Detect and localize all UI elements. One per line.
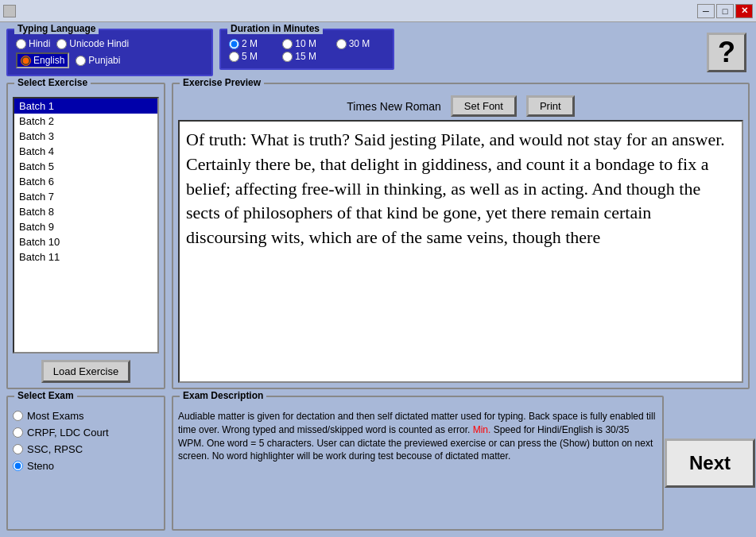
lang-unicode-hindi-radio[interactable] [56,39,67,49]
exercise-listbox[interactable]: Batch 1Batch 2Batch 3Batch 4Batch 5Batch… [13,97,159,353]
select-exercise-label: Select Exercise [14,77,91,88]
list-item[interactable]: Batch 9 [14,219,157,234]
dur-5m[interactable]: 5 M [229,51,277,62]
load-exercise-button[interactable]: Load Exercise [41,360,130,383]
list-item[interactable]: Batch 2 [14,114,157,129]
lang-english[interactable]: English [16,52,69,68]
set-font-button[interactable]: Set Font [451,95,517,117]
list-item[interactable]: Batch 10 [14,234,157,249]
list-item[interactable]: Batch 7 [14,189,157,204]
exercise-preview-panel: Exercise Preview Times New Roman Set Fon… [172,83,750,389]
dur-30m-radio[interactable] [336,39,347,49]
top-row: Typing Language Hindi Unicode Hindi Engl… [6,29,750,76]
dur-10m[interactable]: 10 M [282,38,331,49]
duration-label: Duration in Minutes [227,23,323,34]
typing-language-label: Typing Language [14,23,99,34]
exam-ssc-rpsc[interactable]: SSC, RPSC [13,443,159,455]
preview-text-area: Of truth: What is truth? Said jesting Pi… [178,120,743,383]
typing-language-options: Hindi Unicode Hindi [16,38,204,49]
dur-15m-radio[interactable] [282,52,293,62]
list-item[interactable]: Batch 5 [14,159,157,174]
title-bar-controls: ─ □ ✕ [697,4,753,18]
help-button[interactable]: ? [707,33,746,72]
print-button[interactable]: Print [526,95,575,117]
lang-punjabi-radio[interactable] [76,56,86,66]
list-item[interactable]: Batch 6 [14,174,157,189]
exam-steno-radio[interactable] [13,461,23,471]
typing-language-group: Typing Language Hindi Unicode Hindi Engl… [6,29,213,76]
typing-language-options-row2: English Punjabi [16,52,204,68]
select-exam-panel: Select Exam Most Exams CRPF, LDC Court S… [6,396,165,531]
next-button[interactable]: Next [665,438,755,488]
lang-hindi-radio[interactable] [16,39,26,49]
dur-2m-radio[interactable] [229,39,239,49]
exam-desc-highlight: Min. [473,424,491,435]
exam-ssc-rpsc-radio[interactable] [13,444,23,454]
dur-2m[interactable]: 2 M [229,38,277,49]
exam-steno[interactable]: Steno [13,460,159,472]
list-item[interactable]: Batch 1 [14,99,157,114]
minimize-button[interactable]: ─ [697,4,715,18]
close-button[interactable]: ✕ [735,4,753,18]
lang-english-radio[interactable] [21,56,31,66]
select-exercise-panel: Select Exercise Batch 1Batch 2Batch 3Bat… [6,83,165,389]
list-item[interactable]: Batch 3 [14,129,157,144]
duration-group: Duration in Minutes 2 M 10 M 30 M 5 M [219,29,394,70]
list-item[interactable]: Batch 8 [14,204,157,219]
middle-row: Select Exercise Batch 1Batch 2Batch 3Bat… [6,83,750,389]
main-content: Typing Language Hindi Unicode Hindi Engl… [0,22,756,537]
exam-description-panel: Exam Description Audiable matter is give… [172,396,664,531]
list-item[interactable]: Batch 4 [14,144,157,159]
title-bar: ─ □ ✕ [0,0,756,22]
exam-description-text: Audiable matter is given for dectation a… [178,410,657,463]
font-name-display: Times New Roman [347,100,441,113]
duration-options: 2 M 10 M 30 M 5 M 15 M [229,38,385,62]
dur-15m[interactable]: 15 M [282,51,331,62]
bottom-row: Select Exam Most Exams CRPF, LDC Court S… [6,396,750,531]
bottom-right: Next [670,396,750,531]
exercise-preview-label: Exercise Preview [180,77,264,88]
exam-most-exams-radio[interactable] [13,411,23,421]
select-exam-label: Select Exam [14,390,77,401]
lang-punjabi[interactable]: Punjabi [76,52,120,68]
exam-most-exams[interactable]: Most Exams [13,410,159,422]
exam-crpf-ldc[interactable]: CRPF, LDC Court [13,427,159,438]
list-item[interactable]: Batch 11 [14,249,157,265]
exam-crpf-ldc-radio[interactable] [13,427,23,438]
lang-unicode-hindi[interactable]: Unicode Hindi [56,38,129,49]
preview-toolbar: Times New Roman Set Font Print [178,95,743,117]
dur-5m-radio[interactable] [229,52,239,62]
maximize-button[interactable]: □ [716,4,734,18]
lang-hindi[interactable]: Hindi [16,38,50,49]
exam-description-label: Exam Description [180,390,266,401]
app-icon [3,5,16,17]
dur-30m[interactable]: 30 M [336,38,385,49]
exam-options: Most Exams CRPF, LDC Court SSC, RPSC Ste… [13,410,159,472]
dur-10m-radio[interactable] [282,39,293,49]
